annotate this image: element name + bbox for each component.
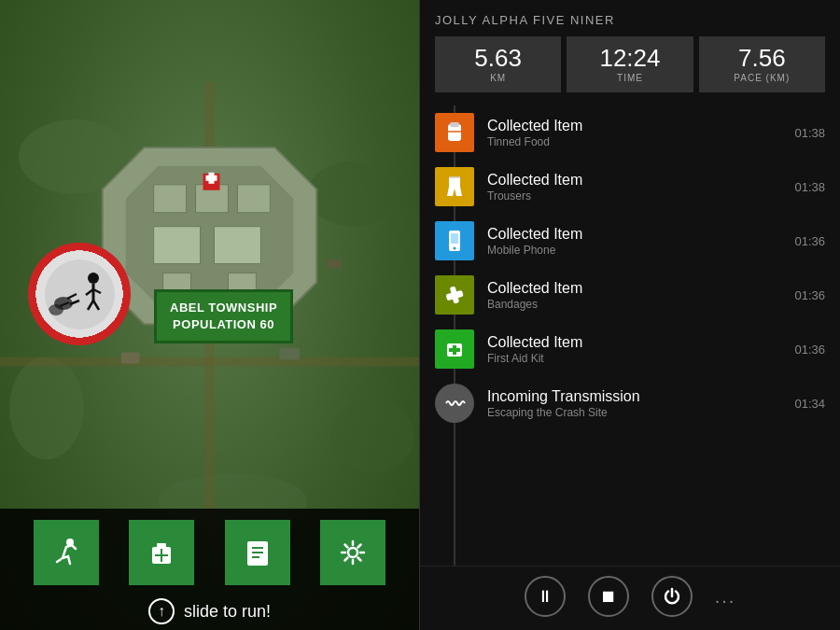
list-item: Collected Item Mobile Phone 01:36: [420, 214, 840, 268]
list-item: Collected Item Bandages 01:36: [420, 268, 840, 322]
svg-rect-45: [450, 122, 459, 127]
warning-sign-inner: [45, 259, 115, 329]
item-title: Collected Item: [487, 279, 785, 297]
item-time: 01:36: [794, 234, 825, 248]
svg-point-23: [88, 273, 99, 284]
supplies-button[interactable]: [129, 520, 194, 585]
toolbar-buttons: [0, 509, 419, 593]
item-title: Incoming Transmission: [487, 387, 785, 405]
svg-line-28: [93, 301, 99, 310]
list-item: Incoming Transmission Escaping the Crash…: [420, 376, 840, 430]
stat-distance-value: 5.63: [442, 46, 553, 70]
item-subtitle: Bandages: [487, 298, 785, 311]
item-icon-first-aid: [435, 329, 474, 369]
item-subtitle: Trousers: [487, 189, 785, 203]
item-subtitle: Mobile Phone: [487, 244, 785, 257]
item-time: 01:36: [794, 288, 825, 302]
stat-pace-label: PACE (KM): [707, 73, 818, 83]
stats-row: 5.63 KM 12:24 TIME 7.56 PACE (KM): [420, 36, 840, 105]
item-title: Collected Item: [487, 225, 785, 243]
list-item: Collected Item Tinned Food 01:38: [420, 105, 840, 160]
slide-to-run: ↑ slide to run!: [0, 593, 419, 630]
item-content: Collected Item Tinned Food: [487, 117, 785, 148]
settings-button[interactable]: [320, 520, 385, 585]
svg-point-49: [454, 247, 456, 250]
item-icon-bandages: [435, 275, 474, 315]
stat-distance: 5.63 KM: [435, 36, 561, 92]
stat-distance-label: KM: [442, 73, 553, 83]
stop-icon: ⏹: [600, 587, 617, 607]
stat-pace: 7.56 PACE (KM): [699, 36, 825, 92]
svg-point-43: [348, 548, 357, 557]
right-header: JOLLY ALPHA FIVE NINER: [420, 0, 840, 36]
stat-time: 12:24 TIME: [567, 36, 693, 92]
item-time: 01:38: [794, 126, 825, 140]
stat-pace-value: 7.56: [707, 46, 818, 70]
list-item: Collected Item First Aid Kit 01:36: [420, 322, 840, 376]
item-content: Collected Item Mobile Phone: [487, 225, 785, 257]
left-panel: ABEL TOWNSHIP POPULATION 60: [0, 0, 420, 630]
stat-time-value: 12:24: [574, 46, 685, 70]
township-name: ABEL TOWNSHIP POPULATION 60: [170, 300, 277, 333]
power-button[interactable]: [651, 576, 693, 617]
bottom-controls: ⏸ ⏹ ...: [420, 566, 840, 630]
item-content: Collected Item Bandages: [487, 279, 785, 311]
timeline: Collected Item Tinned Food 01:38 Collect…: [420, 105, 840, 566]
item-time: 01:34: [794, 397, 825, 411]
stat-time-label: TIME: [574, 73, 685, 83]
log-button[interactable]: [225, 520, 290, 585]
right-panel: JOLLY ALPHA FIVE NINER 5.63 KM 12:24 TIM…: [420, 0, 840, 630]
item-icon-transmission: [435, 384, 474, 423]
township-sign: ABEL TOWNSHIP POPULATION 60: [154, 289, 293, 343]
item-subtitle: Tinned Food: [487, 135, 785, 148]
item-icon-trousers: [435, 167, 474, 206]
item-icon-tinned-food: [435, 113, 474, 152]
item-content: Incoming Transmission Escaping the Crash…: [487, 387, 785, 419]
svg-rect-55: [449, 348, 460, 352]
svg-rect-36: [157, 543, 166, 549]
item-subtitle: Escaping the Crash Site: [487, 406, 785, 419]
svg-rect-50: [451, 233, 458, 244]
item-subtitle: First Aid Kit: [487, 352, 785, 365]
pause-button[interactable]: ⏸: [525, 576, 566, 617]
item-content: Collected Item First Aid Kit: [487, 333, 785, 365]
slide-to-run-label: slide to run!: [184, 602, 271, 622]
bottom-toolbar: ↑ slide to run!: [0, 509, 419, 630]
item-time: 01:36: [794, 343, 825, 357]
item-title: Collected Item: [487, 171, 785, 189]
power-icon: [663, 587, 681, 606]
zombie-warning-sign: [28, 243, 131, 345]
item-time: 01:38: [794, 180, 825, 194]
more-button[interactable]: ...: [715, 586, 736, 608]
stop-button[interactable]: ⏹: [588, 576, 629, 617]
list-item: Collected Item Trousers 01:38: [420, 160, 840, 214]
svg-line-27: [88, 301, 93, 310]
run-button[interactable]: [34, 520, 99, 585]
item-title: Collected Item: [487, 333, 785, 351]
svg-line-30: [67, 294, 77, 299]
item-title: Collected Item: [487, 117, 785, 134]
pause-icon: ⏸: [537, 587, 553, 607]
item-content: Collected Item Trousers: [487, 171, 785, 203]
item-icon-phone: [435, 221, 474, 260]
slide-arrow-icon: ↑: [148, 598, 175, 624]
app-title: JOLLY ALPHA FIVE NINER: [435, 13, 825, 27]
